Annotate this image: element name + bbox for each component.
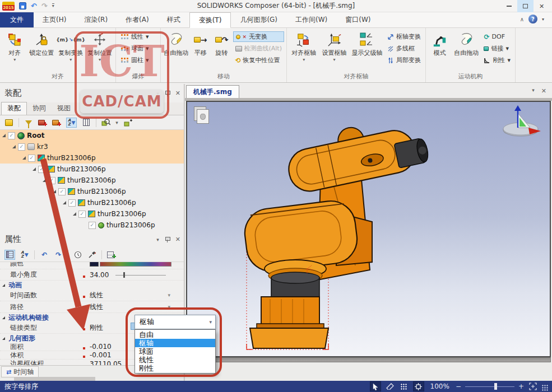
tree-item[interactable]: ✓ thurB213006p bbox=[0, 152, 185, 164]
link-type-combobox[interactable]: 枢轴 ▾ bbox=[134, 315, 216, 329]
section-animation[interactable]: 动画 bbox=[0, 281, 185, 290]
viewport-3d[interactable] bbox=[186, 101, 551, 357]
rotate-button[interactable]: ↷ 旋转 bbox=[212, 30, 232, 57]
property-row-min-angle[interactable]: 最小角度 34.00 bbox=[0, 269, 185, 281]
maximize-button[interactable] bbox=[517, 0, 534, 12]
zoom-in-icon[interactable]: + bbox=[518, 382, 524, 390]
expand-icon[interactable] bbox=[63, 201, 66, 204]
add-property-icon[interactable] bbox=[107, 250, 116, 260]
add-orange-actor-icon[interactable] bbox=[52, 118, 61, 128]
tree-item[interactable]: ✓ thurB213006p bbox=[0, 175, 185, 186]
copy-transform-button[interactable]: {m}↘{m} 复制变换 ▾ bbox=[56, 30, 85, 62]
properties-close-icon[interactable]: ✕ bbox=[175, 236, 180, 243]
local-transform-button[interactable]: 局部变换 bbox=[385, 55, 423, 66]
sort-alpha-icon[interactable]: AZ▼ bbox=[20, 250, 29, 260]
set-pivot-dropdown-icon[interactable]: ▾ bbox=[333, 57, 336, 62]
visibility-checkbox[interactable]: ✓ bbox=[58, 188, 66, 195]
option-free[interactable]: 自由 bbox=[135, 330, 215, 339]
no-transform-button[interactable]: ✕ 无变换 bbox=[233, 31, 284, 42]
filter-icon[interactable] bbox=[24, 118, 33, 128]
align-pivot-dropdown-icon[interactable]: ▾ bbox=[303, 57, 305, 62]
categorized-view-icon[interactable] bbox=[4, 250, 15, 260]
copy-position-button[interactable]: 复制位置 ▾ bbox=[86, 30, 113, 62]
zoom-out-icon[interactable]: − bbox=[456, 382, 461, 390]
tab-author[interactable]: 作者(A) bbox=[117, 12, 158, 27]
tab-collaborate[interactable]: 协同 bbox=[27, 102, 52, 115]
select-mode-icon[interactable] bbox=[370, 381, 381, 391]
properties-menu-icon[interactable]: ▾ bbox=[156, 237, 159, 242]
tab-views[interactable]: 视图 bbox=[52, 102, 76, 115]
eyedropper-icon[interactable] bbox=[87, 250, 96, 260]
expand-icon[interactable] bbox=[73, 212, 76, 216]
property-row-time-function[interactable]: 时间函数 线性 ▾ bbox=[0, 290, 185, 301]
link-button[interactable]: 链接 ▾ bbox=[481, 43, 513, 54]
expand-icon[interactable] bbox=[53, 190, 56, 193]
set-pivot-button[interactable]: 设置枢轴 ▾ bbox=[319, 30, 349, 62]
combo-dropdown-icon[interactable]: ▾ bbox=[209, 319, 212, 325]
tree-item[interactable]: ✓ thurB213006p bbox=[0, 164, 185, 175]
property-row-color[interactable]: 颜色 bbox=[0, 262, 185, 269]
sort-alpha-icon[interactable]: AZ▼ bbox=[66, 118, 77, 128]
kinematics-free-drag-button[interactable]: 自由拖动 bbox=[452, 30, 480, 57]
expand-icon[interactable] bbox=[33, 167, 36, 171]
color-gradient-bar[interactable] bbox=[100, 262, 171, 267]
timer-icon[interactable] bbox=[73, 250, 82, 260]
search-actor-icon[interactable] bbox=[101, 118, 110, 128]
apply-property-icon[interactable]: ↷ bbox=[54, 250, 63, 260]
visibility-checkbox[interactable]: ✓ bbox=[78, 211, 86, 218]
properties-pin-icon[interactable] bbox=[165, 236, 170, 242]
revert-property-icon[interactable]: ↶ bbox=[40, 250, 49, 260]
copy-transform-dropdown-icon[interactable]: ▾ bbox=[69, 57, 72, 62]
explode-cylindrical-button[interactable]: 圆柱 ▾ bbox=[118, 55, 151, 66]
robot-arm-model[interactable] bbox=[187, 102, 551, 356]
tab-workshop[interactable]: 工作间(W) bbox=[286, 12, 336, 27]
pivot-transform-button[interactable]: 枢轴变换 bbox=[385, 31, 423, 42]
viewport-bottom-bar[interactable] bbox=[186, 357, 551, 362]
detect-curve-button[interactable]: 检测曲线(Alt) bbox=[233, 43, 284, 54]
part-icon[interactable] bbox=[4, 118, 13, 128]
rigid-dropdown-icon[interactable]: ▾ bbox=[507, 57, 511, 64]
tree-item[interactable]: ✓ thurB213006p bbox=[0, 220, 185, 231]
tab-assembly[interactable]: 装配 bbox=[1, 102, 27, 115]
lock-position-button[interactable]: 锁定位置 bbox=[28, 30, 55, 57]
dof-button[interactable]: ⟳ DOF bbox=[481, 31, 513, 42]
help-dropdown-icon[interactable]: ▾ bbox=[542, 17, 544, 22]
timeline-tab[interactable]: ⇄ 时间轴 bbox=[1, 366, 39, 377]
section-expand-icon[interactable] bbox=[2, 316, 5, 319]
assembly-pin-icon[interactable] bbox=[165, 90, 170, 96]
tab-transform[interactable]: 变换(T) bbox=[189, 12, 231, 28]
explode-linear-button[interactable]: 线性 ▾ bbox=[118, 31, 151, 42]
doc-close-icon[interactable]: ✕ bbox=[541, 87, 546, 95]
align-button[interactable]: 对齐 ▾ bbox=[2, 30, 27, 62]
explode-spherical-button[interactable]: 球面 ▾ bbox=[118, 43, 151, 54]
help-icon[interactable]: ? bbox=[528, 15, 537, 24]
measure-icon[interactable] bbox=[385, 381, 395, 391]
doc-tabs-dropdown-icon[interactable]: ▾ bbox=[532, 87, 535, 95]
section-expand-icon[interactable] bbox=[2, 284, 5, 287]
document-tab[interactable]: 机械手.smg bbox=[186, 85, 239, 98]
copy-position-dropdown-icon[interactable]: ▾ bbox=[99, 57, 101, 62]
fit-view-icon[interactable] bbox=[413, 381, 424, 391]
columns-icon[interactable] bbox=[82, 118, 91, 128]
tab-window[interactable]: 窗口(W) bbox=[336, 12, 379, 27]
minimize-button[interactable] bbox=[501, 0, 517, 12]
align-dropdown-icon[interactable]: ▾ bbox=[13, 57, 16, 62]
rigid-button[interactable]: 刚性 ▾ bbox=[481, 55, 513, 66]
mode-button[interactable]: 模式 bbox=[428, 30, 451, 57]
visibility-checkbox[interactable]: ✓ bbox=[48, 177, 55, 184]
visibility-checkbox[interactable]: ✓ bbox=[18, 143, 25, 151]
visibility-checkbox[interactable]: ✓ bbox=[68, 199, 76, 207]
tree-item[interactable]: ✓ thurB213006p bbox=[0, 197, 185, 208]
tab-style[interactable]: 样式 bbox=[158, 12, 189, 27]
option-linear[interactable]: 线性 bbox=[135, 356, 215, 364]
tab-file[interactable]: 文件 bbox=[0, 12, 34, 27]
multi-wireframe-button[interactable]: 多线框 bbox=[385, 43, 423, 54]
locate-actor-icon[interactable] bbox=[123, 118, 132, 128]
grid-icon[interactable] bbox=[399, 381, 409, 391]
link-dropdown-icon[interactable]: ▾ bbox=[505, 45, 509, 52]
add-red-actor-icon[interactable] bbox=[38, 118, 47, 128]
expand-icon[interactable] bbox=[22, 156, 26, 160]
collapse-ribbon-icon[interactable]: ∧ bbox=[520, 16, 524, 22]
option-pivot[interactable]: 枢轴 bbox=[135, 339, 215, 347]
cylindrical-dropdown-icon[interactable]: ▾ bbox=[146, 57, 149, 64]
